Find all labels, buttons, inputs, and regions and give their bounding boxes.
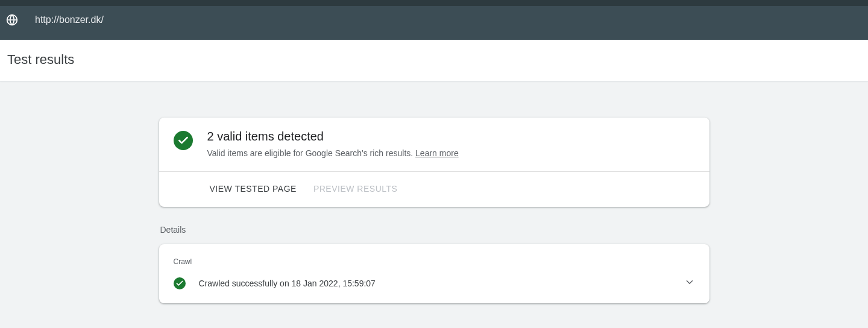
summary-actions: VIEW TESTED PAGE PREVIEW RESULTS — [159, 171, 709, 207]
summary-card: 2 valid items detected Valid items are e… — [159, 118, 709, 207]
summary-card-top: 2 valid items detected Valid items are e… — [159, 118, 709, 171]
top-strip — [0, 0, 868, 6]
learn-more-link[interactable]: Learn more — [415, 148, 459, 158]
page-title: Test results — [7, 52, 861, 68]
crawl-row[interactable]: Crawled successfully on 18 Jan 2022, 15:… — [174, 277, 695, 290]
chevron-down-icon — [684, 277, 695, 290]
summary-subtitle-text: Valid items are eligible for Google Sear… — [207, 148, 416, 158]
strip-below — [0, 34, 868, 40]
tested-url: http://bonzer.dk/ — [35, 14, 104, 25]
summary-title: 2 valid items detected — [207, 130, 695, 144]
page-header: Test results — [0, 40, 868, 81]
summary-text: 2 valid items detected Valid items are e… — [207, 130, 695, 158]
check-icon — [174, 277, 186, 289]
summary-subtitle: Valid items are eligible for Google Sear… — [207, 148, 695, 158]
crawl-status-text: Crawled successfully on 18 Jan 2022, 15:… — [199, 279, 671, 288]
crawl-card: Crawl Crawled successfully on 18 Jan 202… — [159, 244, 709, 303]
view-tested-page-button[interactable]: VIEW TESTED PAGE — [210, 184, 297, 194]
crawl-label: Crawl — [174, 257, 695, 266]
preview-results-button[interactable]: PREVIEW RESULTS — [313, 184, 398, 194]
url-bar: http://bonzer.dk/ — [0, 6, 868, 34]
globe-icon — [6, 14, 18, 26]
check-icon — [174, 131, 193, 150]
details-section-label: Details — [160, 225, 709, 235]
content-area: 2 valid items detected Valid items are e… — [159, 118, 709, 303]
